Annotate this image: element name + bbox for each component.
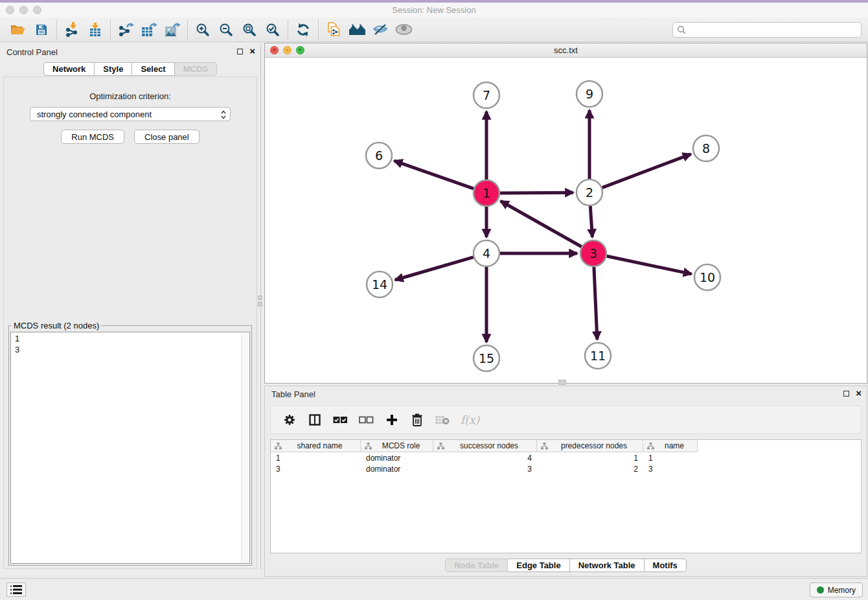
- export-network-button[interactable]: [114, 19, 137, 40]
- panel-splitter-handle[interactable]: [257, 293, 262, 308]
- edge-1-6[interactable]: [394, 161, 474, 189]
- column-header-name[interactable]: name: [643, 440, 698, 452]
- edge-3-11[interactable]: [594, 267, 597, 340]
- optimization-criterion-select[interactable]: strongly connected component: [30, 107, 231, 121]
- table-row[interactable]: 3dominator323: [271, 464, 861, 474]
- column-type-icon: [541, 443, 548, 450]
- tab-network[interactable]: Network: [43, 62, 95, 76]
- titlebar[interactable]: Session: New Session: [0, 3, 868, 17]
- graph-node-8[interactable]: 8: [693, 135, 719, 161]
- export-image-button[interactable]: [161, 19, 184, 40]
- table-row[interactable]: 1dominator411: [271, 453, 861, 463]
- close-panel-button[interactable]: Close panel: [134, 130, 200, 144]
- graph-node-7[interactable]: 7: [474, 82, 499, 108]
- network-view-window: × − + scc.txt 7968124314101511: [264, 43, 867, 384]
- apply-function-button[interactable]: f(x): [461, 413, 479, 426]
- zoom-selected-button[interactable]: [261, 19, 284, 40]
- search-input[interactable]: [689, 25, 857, 34]
- tab-select[interactable]: Select: [132, 62, 174, 76]
- tab-network-table[interactable]: Network Table: [570, 559, 645, 572]
- export-network-icon: [118, 23, 134, 37]
- network-graph-canvas[interactable]: 7968124314101511: [265, 58, 867, 383]
- import-network-button[interactable]: [60, 19, 84, 40]
- graph-node-4[interactable]: 4: [474, 240, 499, 266]
- delete-table-button[interactable]: [435, 415, 450, 425]
- save-session-button[interactable]: [30, 19, 53, 40]
- graph-node-9[interactable]: 9: [577, 81, 602, 107]
- import-network-icon: [65, 22, 79, 37]
- tab-mcds[interactable]: MCDS: [175, 62, 217, 76]
- tab-node-table[interactable]: Node Table: [445, 559, 508, 572]
- window-title: Session: New Session: [0, 3, 868, 17]
- deselect-all-button[interactable]: [359, 416, 374, 424]
- network-window-titlebar[interactable]: × − + scc.txt: [265, 43, 867, 58]
- clone-network-button[interactable]: [322, 19, 345, 40]
- svg-text:1: 1: [483, 186, 490, 200]
- graph-node-14[interactable]: 14: [367, 271, 393, 297]
- close-table-panel-icon[interactable]: ×: [856, 389, 862, 397]
- select-all-button[interactable]: [333, 416, 348, 424]
- refresh-icon: [296, 23, 310, 37]
- result-scrollbar[interactable]: [241, 333, 249, 562]
- edge-3-10[interactable]: [607, 256, 692, 274]
- list-icon: [10, 584, 23, 595]
- edge-2-8[interactable]: [602, 154, 691, 188]
- export-table-button[interactable]: [137, 19, 161, 40]
- zoom-out-button[interactable]: [214, 19, 238, 40]
- close-panel-icon[interactable]: ×: [249, 47, 255, 55]
- graph-node-6[interactable]: 6: [366, 143, 392, 168]
- column-header-successor-nodes[interactable]: successor nodes: [433, 440, 537, 452]
- graph-node-11[interactable]: 11: [585, 343, 611, 369]
- tab-style[interactable]: Style: [95, 62, 132, 76]
- minimize-window-button[interactable]: [19, 6, 28, 14]
- network-file-icon: [327, 22, 341, 37]
- task-history-button[interactable]: [6, 583, 26, 597]
- graph-node-2[interactable]: 2: [577, 179, 602, 205]
- maximize-window-button[interactable]: [33, 6, 41, 14]
- cell-predecessor-nodes: 2: [537, 465, 643, 474]
- show-all-button[interactable]: [392, 19, 415, 40]
- float-table-panel-icon[interactable]: [843, 391, 849, 397]
- column-header-shared-name[interactable]: shared name: [271, 440, 361, 452]
- refresh-view-button[interactable]: [291, 19, 315, 40]
- status-bar: Memory: [0, 578, 868, 600]
- import-table-button[interactable]: [84, 19, 107, 40]
- graph-node-3[interactable]: 3: [580, 240, 606, 266]
- float-panel-icon[interactable]: [237, 49, 243, 54]
- zoom-in-button[interactable]: [191, 19, 214, 40]
- minimize-network-button[interactable]: −: [283, 46, 291, 54]
- column-header-MCDS-role[interactable]: MCDS role: [361, 440, 433, 452]
- mcds-result-fieldset: MCDS result (2 nodes) 1 3: [8, 321, 252, 566]
- edge-1-2[interactable]: [500, 192, 573, 193]
- first-neighbors-button[interactable]: [345, 19, 369, 40]
- svg-text:7: 7: [483, 88, 490, 102]
- eye-icon: [395, 24, 413, 35]
- graph-node-1[interactable]: 1: [474, 180, 499, 206]
- edge-2-3[interactable]: [590, 206, 592, 237]
- mcds-result-text[interactable]: 1 3: [10, 332, 250, 564]
- add-column-button[interactable]: [385, 414, 399, 426]
- column-header-predecessor-nodes[interactable]: predecessor nodes: [537, 440, 643, 452]
- tab-motifs[interactable]: Motifs: [645, 559, 687, 572]
- show-columns-button[interactable]: [308, 414, 322, 426]
- graph-node-15[interactable]: 15: [474, 345, 499, 371]
- search-box[interactable]: [672, 22, 862, 38]
- maximize-network-button[interactable]: +: [296, 46, 304, 54]
- memory-button[interactable]: Memory: [810, 583, 863, 597]
- toolbar-separator: [56, 20, 57, 40]
- table-settings-button[interactable]: [282, 413, 297, 426]
- open-session-button[interactable]: [6, 19, 30, 40]
- run-mcds-button[interactable]: Run MCDS: [61, 130, 124, 144]
- close-window-button[interactable]: [6, 6, 14, 14]
- edge-4-14[interactable]: [395, 257, 474, 280]
- graph-node-10[interactable]: 10: [694, 264, 720, 290]
- hide-selected-button[interactable]: [369, 19, 392, 40]
- edge-3-1[interactable]: [501, 201, 582, 246]
- cell-MCDS-role: dominator: [361, 454, 433, 463]
- window-resize-handle[interactable]: [558, 380, 566, 385]
- zoom-fit-button[interactable]: [238, 19, 261, 40]
- delete-column-button[interactable]: [410, 413, 424, 426]
- close-network-button[interactable]: ×: [270, 46, 279, 54]
- tab-edge-table[interactable]: Edge Table: [508, 559, 569, 572]
- search-icon: [677, 25, 686, 34]
